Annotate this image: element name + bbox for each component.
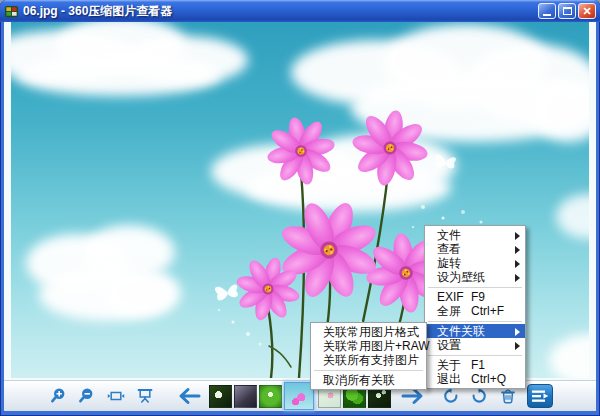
- main-menu-button[interactable]: [527, 384, 553, 408]
- submenu-item-associate-all-supported[interactable]: 关联所有支持图片: [311, 353, 426, 367]
- trash-icon: [499, 387, 517, 405]
- rotate-left-button[interactable]: [442, 387, 460, 405]
- menu-item-file[interactable]: 文件: [425, 228, 525, 242]
- previous-arrow-icon: [176, 386, 202, 406]
- close-icon: ✕: [582, 6, 591, 17]
- slideshow-button[interactable]: [136, 387, 154, 405]
- context-menu: 文件 查看 旋转 设为壁纸 EXIF F9 全屏 Ctrl+F 文件关联: [424, 225, 526, 389]
- delete-image-button[interactable]: [499, 387, 517, 405]
- menu-item-view[interactable]: 查看: [425, 242, 525, 256]
- minimize-icon: [543, 14, 551, 16]
- thumbnail-2[interactable]: [234, 385, 257, 408]
- submenu-item-associate-common-formats[interactable]: 关联常用图片格式: [311, 325, 426, 339]
- menu-item-fullscreen[interactable]: 全屏 Ctrl+F: [425, 304, 525, 318]
- menu-item-rotate[interactable]: 旋转: [425, 256, 525, 270]
- submenu-arrow-icon: [515, 274, 520, 282]
- rotate-left-icon: [442, 387, 460, 405]
- menu-item-set-wallpaper[interactable]: 设为壁纸: [425, 270, 525, 284]
- maximize-button[interactable]: [558, 3, 576, 19]
- thumbnail-3[interactable]: [259, 385, 282, 408]
- menu-item-exif[interactable]: EXIF F9: [425, 290, 525, 304]
- menu-item-file-association[interactable]: 文件关联: [425, 324, 525, 338]
- previous-image-button[interactable]: [176, 386, 202, 406]
- submenu-arrow-icon: [515, 246, 520, 254]
- submenu-item-cancel-all-associations[interactable]: 取消所有关联: [311, 373, 426, 387]
- maximize-icon: [563, 7, 572, 15]
- shortcut-label: F1: [471, 358, 485, 372]
- rotate-right-button[interactable]: [470, 387, 488, 405]
- rotate-right-icon: [470, 387, 488, 405]
- app-window: 06.jpg - 360压缩图片查看器 ✕: [0, 0, 600, 416]
- zoom-in-button[interactable]: [49, 387, 67, 405]
- menu-lines-icon: [532, 390, 549, 403]
- menu-separator: [428, 287, 522, 288]
- file-association-submenu: 关联常用图片格式 关联常用图片+RAW 关联所有支持图片 取消所有关联: [310, 322, 427, 390]
- slideshow-icon: [136, 387, 154, 405]
- menu-separator: [428, 321, 522, 322]
- title-bar[interactable]: 06.jpg - 360压缩图片查看器 ✕: [0, 0, 600, 22]
- zoom-in-icon: [49, 387, 67, 405]
- shortcut-label: F9: [471, 290, 485, 304]
- menu-item-exit[interactable]: 退出 Ctrl+Q: [425, 372, 525, 386]
- close-button[interactable]: ✕: [578, 3, 596, 19]
- submenu-arrow-icon: [515, 260, 520, 268]
- menu-item-about[interactable]: 关于 F1: [425, 358, 525, 372]
- submenu-item-associate-common-plus-raw[interactable]: 关联常用图片+RAW: [311, 339, 426, 353]
- fit-to-window-icon: [107, 387, 125, 405]
- shortcut-label: Ctrl+F: [471, 304, 504, 318]
- app-icon: [4, 4, 19, 19]
- submenu-arrow-icon: [515, 232, 520, 240]
- zoom-out-button[interactable]: [77, 387, 95, 405]
- submenu-arrow-icon: [515, 342, 520, 350]
- menu-separator: [314, 370, 423, 371]
- menu-item-settings[interactable]: 设置: [425, 338, 525, 352]
- minimize-button[interactable]: [538, 3, 556, 19]
- menu-separator: [428, 355, 522, 356]
- window-title: 06.jpg - 360压缩图片查看器: [23, 3, 172, 20]
- zoom-out-icon: [77, 387, 95, 405]
- fit-to-window-button[interactable]: [107, 387, 125, 405]
- shortcut-label: Ctrl+Q: [471, 372, 506, 386]
- submenu-arrow-icon: [515, 328, 520, 336]
- thumbnail-1[interactable]: [209, 385, 232, 408]
